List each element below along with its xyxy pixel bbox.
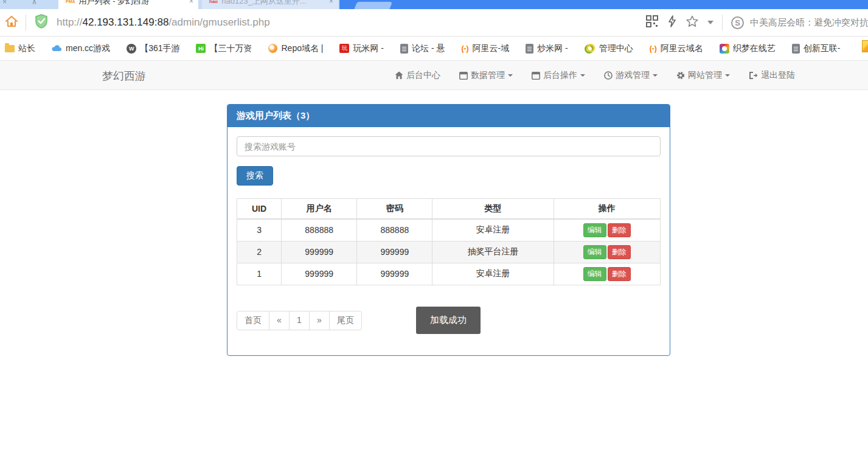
bookmark-item[interactable]: 炒米网 - [526,43,568,54]
toast-message: 加载成功 [416,307,481,334]
cell-username: 888888 [282,219,357,242]
close-tab-icon[interactable]: × [329,0,333,5]
nav-label: 游戏管理 [616,70,650,81]
signout-icon [749,71,758,80]
bookmark-item[interactable]: Hi【三十万资 [196,43,252,54]
delete-button[interactable]: 删除 [608,267,631,281]
document-icon [400,44,408,54]
url-scheme: http:// [57,16,83,28]
bookmark-item[interactable]: W【361手游 [127,43,179,54]
folder-icon [5,45,15,52]
edit-button[interactable]: 编辑 [583,267,606,281]
page-number[interactable]: 1 [289,311,310,330]
bookmark-label: 【三十万资 [209,43,252,54]
delete-button[interactable]: 删除 [608,245,631,259]
browser-tab-strip: × ∧ PMA 用户列表 - 梦幻西游 × hao hao123_上网从这里开.… [0,0,868,9]
aliyun-icon: (-) [650,44,657,53]
home-icon [395,71,403,80]
bookmark-label: 【361手游 [140,43,179,54]
window-icon [532,72,540,80]
close-tab-icon[interactable]: × [189,0,193,5]
cloud-icon [52,44,62,54]
tab-title: 用户列表 - 梦幻西游 [79,0,150,7]
bookmark-label: 阿里云-域 [473,43,510,54]
col-header-username: 用户名 [282,199,357,219]
url-host: 42.193.131.149:88 [83,16,169,28]
caret-down-icon [580,74,585,77]
site-navbar: 梦幻西游 后台中心 数据管理 后台操作 游戏管理 网站管理 退出登陆 [0,61,868,90]
favorite-star-icon[interactable] [686,15,698,30]
caret-down-icon [653,74,658,77]
pagination: 首页 « 1 » 尾页 [237,311,362,330]
cell-uid: 2 [237,241,282,263]
nav-item-game-management[interactable]: 游戏管理 [604,70,658,81]
table-row: 2 999999 999999 抽奖平台注册 编辑删除 [237,241,661,263]
nav-item-backstage-center[interactable]: 后台中心 [395,70,440,81]
nav-label: 退出登陆 [761,70,795,81]
user-table: UID 用户名 密码 类型 操作 3 888888 888888 安卓注册 [237,198,661,285]
cell-actions: 编辑删除 [554,263,660,285]
page-last[interactable]: 尾页 [329,311,362,330]
bookmark-item[interactable]: Repo域名 | [268,43,323,54]
tab-active[interactable]: PMA 用户列表 - 梦幻西游 × [58,0,198,9]
bookmark-item[interactable]: (-)阿里云域名 [650,43,703,54]
nav-item-logout[interactable]: 退出登陆 [749,70,795,81]
bookmark-item[interactable]: 创新互联- [792,43,841,54]
lightning-icon[interactable] [667,15,677,30]
hao123-favicon-icon: hao [209,0,218,4]
divider [722,15,723,30]
bookmark-label: 论坛 - 悬 [412,43,445,54]
clock-icon [604,71,613,80]
delete-button[interactable]: 删除 [608,223,631,237]
search-button[interactable]: 搜索 [237,166,273,186]
caret-down-icon [725,74,730,77]
edit-button[interactable]: 编辑 [583,245,606,259]
col-header-type: 类型 [432,199,554,219]
tab-hao123[interactable]: hao hao123_上网从这里开... × [202,0,338,9]
bookmark-label: 创新互联- [804,43,841,54]
gear-icon [676,71,685,80]
bookmarks-bar: 站长 men.cc游戏 W【361手游 Hi【三十万资 Repo域名 | 玩玩米… [0,37,868,61]
bookmark-item[interactable]: 管理中心 [585,43,633,54]
cell-password: 999999 [357,263,432,285]
address-bar: http://42.193.131.149:88/admin/gmuserlis… [0,9,868,37]
search-input[interactable] [237,136,661,156]
clipped-bookmark-icon [862,40,868,52]
cell-actions: 编辑删除 [554,219,660,242]
news-ticker[interactable]: 中美高层会晤：避免冲突对抗 [750,17,868,29]
cell-uid: 3 [237,219,282,242]
bookmark-item[interactable]: 玩玩米网 - [339,43,384,54]
close-tab-icon[interactable]: × [2,0,7,6]
table-row: 3 888888 888888 安卓注册 编辑删除 [237,219,661,242]
edit-button[interactable]: 编辑 [583,223,606,237]
cell-type: 安卓注册 [432,263,554,285]
nav-label: 网站管理 [688,70,722,81]
bookmark-label: 炒米网 - [537,43,568,54]
address-bar-actions: S 中美高层会晤：避免冲突对抗 [646,9,868,36]
bookmark-item[interactable]: 织梦在线艺 [720,43,776,54]
url-text[interactable]: http://42.193.131.149:88/admin/gmuserlis… [57,16,270,29]
bookmark-folder[interactable]: 站长 [5,43,35,54]
page-next[interactable]: » [309,311,330,330]
chevron-down-icon[interactable] [707,21,713,24]
wan-icon: 玩 [339,44,349,53]
page-prev[interactable]: « [269,311,290,330]
bookmark-item[interactable]: men.cc游戏 [52,43,110,54]
window-icon [459,72,468,80]
qr-code-icon[interactable] [646,15,658,30]
nav-item-data-management[interactable]: 数据管理 [459,70,513,81]
document-icon [526,44,533,54]
sogou-icon[interactable]: S [731,16,744,29]
flame-icon [268,44,277,53]
bookmark-label: 管理中心 [599,43,633,54]
new-tab-button[interactable] [353,2,392,9]
page-first[interactable]: 首页 [237,311,269,330]
home-button-icon[interactable] [5,15,18,30]
cell-type: 安卓注册 [432,219,554,242]
bookmark-item[interactable]: (-)阿里云-域 [462,43,510,54]
brand-title[interactable]: 梦幻西游 [102,69,146,83]
bookmark-item[interactable]: 论坛 - 悬 [400,43,445,54]
nav-item-backstage-actions[interactable]: 后台操作 [532,70,585,81]
security-shield-icon[interactable] [35,14,48,31]
nav-item-site-management[interactable]: 网站管理 [676,70,730,81]
